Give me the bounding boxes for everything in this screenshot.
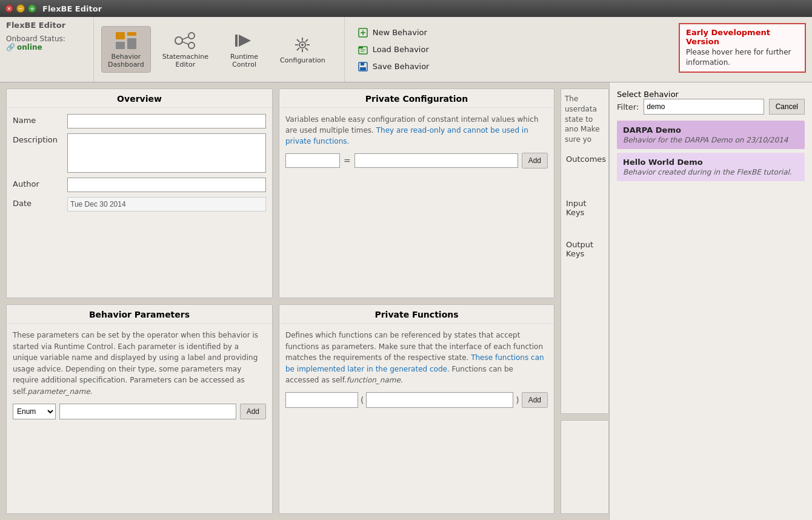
svg-line-19: [305, 39, 308, 42]
pf-args-input[interactable]: [366, 392, 513, 408]
svg-line-7: [182, 37, 188, 39]
load-behavior-button[interactable]: Load Behavior: [354, 42, 432, 57]
svg-point-5: [188, 33, 195, 39]
new-behavior-label: New Behavior: [373, 28, 427, 37]
content-row: Overview Name Description Author: [0, 82, 812, 520]
behavior-params-body: These parameters can be set by the opera…: [7, 324, 272, 513]
action-buttons: New Behavior Load Behavior: [344, 17, 442, 82]
app-body: × − + FlexBE Editor FlexBE Editor Onboar…: [0, 0, 812, 520]
filter-input[interactable]: [644, 99, 764, 115]
behavior-params-desc: These parameters can be set by the opera…: [13, 330, 266, 398]
outcomes-label: Outcomes: [561, 152, 608, 166]
author-input[interactable]: [67, 178, 266, 192]
overview-panel: Overview Name Description Author: [6, 88, 273, 298]
panels-grid: Overview Name Description Author: [0, 82, 561, 520]
pf-name-input[interactable]: [285, 392, 358, 408]
configuration-icon: [290, 34, 314, 55]
early-dev-text: Please hover here for further informatio…: [686, 47, 799, 68]
svg-point-6: [188, 42, 195, 48]
hello-world-desc: Behavior created during in the FlexBE tu…: [623, 168, 799, 176]
flexbe-info: FlexBE Editor Onboard Status: 🔗 online: [0, 17, 94, 82]
pc-add-button[interactable]: Add: [522, 153, 548, 168]
description-row: Description: [13, 133, 266, 173]
input-keys-label: Input Keys: [561, 196, 608, 219]
svg-point-12: [301, 44, 304, 46]
close-button[interactable]: ×: [5, 4, 13, 13]
filter-label: Filter:: [617, 102, 639, 112]
minimize-button[interactable]: −: [16, 4, 25, 13]
window-title: FlexBE Editor: [42, 4, 102, 13]
pf-add-button[interactable]: Add: [522, 392, 548, 408]
name-row: Name: [13, 114, 266, 128]
defines-panel-partial: The userdata state to ano Make sure yo O…: [561, 88, 609, 414]
save-behavior-icon: [357, 61, 369, 73]
nav-statemachine-editor[interactable]: StatemachineEditor: [156, 26, 215, 73]
pc-key-input[interactable]: [285, 153, 340, 168]
nav-runtime-control-label: RuntimeControl: [230, 53, 258, 68]
darpa-demo-name: DARPA Demo: [623, 125, 799, 135]
overview-body: Name Description Author Date: [7, 108, 272, 298]
private-config-desc: Variables enable easy configuration of c…: [285, 114, 548, 147]
svg-rect-3: [127, 38, 136, 49]
nav-configuration[interactable]: Configuration: [273, 30, 332, 68]
behavior-dashboard-icon: [114, 30, 138, 52]
svg-rect-1: [127, 32, 136, 36]
svg-line-18: [305, 48, 308, 50]
save-behavior-button[interactable]: Save Behavior: [354, 59, 432, 74]
date-input: [67, 197, 266, 212]
nav-runtime-control[interactable]: RuntimeControl: [220, 26, 268, 73]
equals-sign: =: [344, 156, 351, 165]
overview-title: Overview: [7, 89, 272, 108]
private-functions-body: Defines which functions can be reference…: [279, 324, 554, 513]
output-keys-label: Output Keys: [561, 238, 608, 261]
load-behavior-icon: [357, 44, 369, 56]
behavior-params-title: Behavior Parameters: [7, 305, 272, 324]
window-controls: × − +: [5, 4, 36, 13]
description-label: Description: [13, 133, 67, 144]
app-title: FlexBE Editor: [6, 21, 87, 30]
defines-desc-partial: The userdata state to ano Make sure yo: [561, 89, 608, 150]
behavior-item-hello-world[interactable]: Hello World Demo Behavior created during…: [617, 153, 805, 181]
early-development-badge[interactable]: Early Development Version Please hover h…: [679, 23, 806, 73]
close-paren: ): [516, 395, 519, 405]
private-config-title: Private Configuration: [279, 89, 554, 108]
maximize-button[interactable]: +: [28, 4, 36, 13]
private-functions-panel: Private Functions Defines which function…: [279, 304, 554, 514]
pf-link: These functions can be implemented later…: [285, 353, 544, 373]
private-functions-desc: Defines which functions can be reference…: [285, 330, 548, 386]
nav-behavior-dashboard[interactable]: BehaviorDashboard: [101, 26, 151, 73]
early-dev-title: Early Development Version: [686, 28, 799, 46]
svg-rect-30: [360, 67, 366, 70]
cancel-button[interactable]: Cancel: [769, 99, 805, 115]
save-behavior-label: Save Behavior: [373, 62, 430, 71]
darpa-demo-desc: Behavior for the DARPA Demo on 23/10/201…: [623, 136, 799, 144]
select-behavior-panel: Select Behavior Filter: Cancel DARPA Dem…: [609, 82, 812, 520]
filter-row: Filter: Cancel: [617, 99, 805, 115]
new-behavior-button[interactable]: New Behavior: [354, 25, 432, 40]
nav-icons: BehaviorDashboard StatemachineEditor: [94, 17, 339, 82]
behavior-params-row: Enum String Integer Float Boolean Add: [13, 404, 266, 419]
bp-add-button[interactable]: Add: [240, 404, 266, 419]
private-functions-row: ( ) Add: [285, 392, 548, 408]
load-behavior-label: Load Behavior: [373, 45, 429, 54]
hello-world-name: Hello World Demo: [623, 158, 799, 167]
chain-icon: 🔗: [6, 43, 15, 52]
select-behavior-title: Select Behavior: [617, 90, 805, 99]
statemachine-editor-icon: [173, 30, 198, 52]
param-name-input[interactable]: [59, 404, 236, 419]
svg-rect-0: [116, 32, 125, 39]
author-row: Author: [13, 178, 266, 192]
toolbar-area: FlexBE Editor Onboard Status: 🔗 online: [0, 17, 812, 82]
open-paren: (: [361, 395, 364, 405]
svg-rect-29: [361, 62, 364, 65]
nav-configuration-label: Configuration: [280, 56, 325, 64]
param-type-select[interactable]: Enum String Integer Float Boolean: [13, 404, 56, 419]
private-functions-title: Private Functions: [279, 305, 554, 324]
behavior-item-darpa-demo[interactable]: DARPA Demo Behavior for the DARPA Demo o…: [617, 121, 805, 149]
name-label: Name: [13, 114, 67, 125]
runtime-control-icon: [232, 30, 256, 52]
pc-value-input[interactable]: [354, 153, 518, 168]
name-input[interactable]: [67, 114, 266, 128]
nav-behavior-dashboard-label: BehaviorDashboard: [108, 53, 144, 68]
description-input[interactable]: [67, 133, 266, 173]
